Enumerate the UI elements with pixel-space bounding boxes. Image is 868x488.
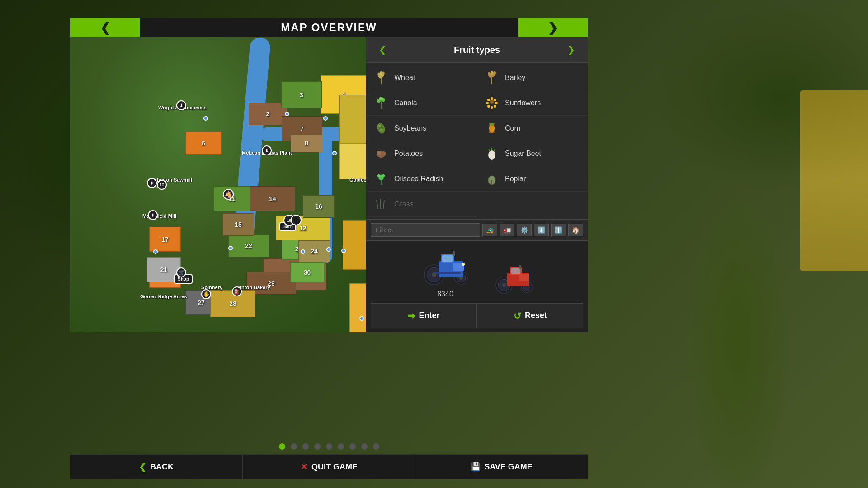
fruit-item-wheat[interactable]: Wheat: [366, 65, 477, 90]
page-dots: [70, 443, 588, 450]
fruit-item-barley[interactable]: Barley: [477, 65, 588, 90]
dot-7[interactable]: [349, 443, 356, 450]
bottom-bar: ❮ BACK ✕ QUIT GAME 💾 SAVE GAME: [70, 454, 588, 479]
sunflowers-label: Sunflowers: [505, 99, 541, 107]
potatoes-label: Potatoes: [394, 150, 423, 158]
filters-row: 🚜 🚛 ⚙️ ⬇️ ℹ️ 🏠: [366, 219, 588, 241]
action-buttons: ➡ Enter ↺ Reset: [371, 303, 583, 328]
parcel-6[interactable]: 6: [185, 132, 222, 155]
svg-point-33: [488, 150, 495, 160]
corn-icon: [484, 120, 500, 136]
dot-9[interactable]: [373, 443, 379, 450]
fruit-next-button[interactable]: ❯: [564, 42, 579, 57]
header-bar: ❮ MAP OVERVIEW ❯: [70, 18, 588, 37]
svg-point-15: [495, 102, 498, 104]
dot-6[interactable]: [338, 443, 344, 450]
fruit-item-sugar-beet[interactable]: Sugar Beet: [477, 141, 588, 166]
shop-icon: 🛒: [176, 267, 186, 277]
fruit-prev-button[interactable]: ❮: [375, 42, 390, 57]
save-button[interactable]: 💾 SAVE GAME: [415, 454, 588, 479]
fruit-item-corn[interactable]: Corn: [477, 116, 588, 141]
vehicle-section: 8340: [366, 241, 588, 332]
dot-1[interactable]: [279, 443, 285, 450]
parcel-30[interactable]: 30: [290, 262, 324, 282]
fruit-item-potatoes[interactable]: Potatoes: [366, 141, 477, 166]
filter-home-btn[interactable]: 🏠: [568, 224, 583, 236]
bg-machinery: [800, 90, 868, 271]
filter-info-btn[interactable]: ℹ️: [551, 224, 566, 236]
filter-truck-btn[interactable]: 🚛: [500, 224, 514, 236]
reset-icon: ↺: [514, 310, 521, 321]
next-button[interactable]: ❯: [518, 18, 588, 37]
prev-button[interactable]: ❮: [70, 18, 140, 37]
fruit-grid: Wheat Barley: [366, 63, 588, 219]
quit-button[interactable]: ✕ QUIT GAME: [242, 454, 415, 479]
vehicle-blue-tractor: 8340: [416, 245, 475, 298]
reset-button[interactable]: ↺ Reset: [477, 303, 583, 328]
dot-3[interactable]: [302, 443, 309, 450]
route-dot-1: [203, 116, 208, 121]
svg-point-19: [486, 102, 489, 104]
enter-button[interactable]: ➡ Enter: [371, 303, 477, 328]
filter-input[interactable]: [371, 223, 480, 237]
barley-icon: [484, 70, 500, 85]
fruit-types-title: Fruit types: [454, 45, 500, 55]
route-dot-7: [326, 247, 331, 252]
parcel-16[interactable]: 16: [303, 195, 335, 218]
wheat-icon: [373, 70, 389, 85]
svg-point-12: [490, 99, 494, 104]
svg-line-43: [377, 200, 378, 209]
route-dot-3: [323, 116, 328, 121]
svg-point-32: [381, 151, 386, 156]
parcel-20[interactable]: 20: [343, 220, 366, 270]
fruit-item-sunflowers[interactable]: Sunflowers: [477, 90, 588, 116]
canola-label: Canola: [394, 99, 417, 107]
spinnery-icon: ⛽: [232, 286, 242, 296]
soybean-icon: [373, 120, 389, 136]
back-button[interactable]: ❮ BACK: [70, 454, 242, 479]
right-panel: ❮ Fruit types ❯ Wheat: [366, 37, 588, 332]
enter-label: Enter: [419, 311, 439, 320]
parcel-3[interactable]: 3: [281, 81, 322, 108]
label-grain: Goldcoast Pacific Grain: [349, 177, 366, 183]
filter-tractor-btn[interactable]: 🚜: [482, 224, 497, 236]
content-area: 4 5 9 2 7 8 14 26 29 6 17 25 3 11 22 23 …: [70, 37, 588, 332]
parcel-14[interactable]: 14: [250, 186, 295, 211]
hand-marker: ✋: [201, 289, 211, 299]
dot-5[interactable]: [326, 443, 332, 450]
filter-plow-btn[interactable]: ⚙️: [517, 224, 532, 236]
svg-point-11: [379, 97, 383, 100]
fruit-item-canola[interactable]: Canola: [366, 90, 477, 116]
vehicle-8340-label: 8340: [416, 290, 475, 298]
marker-mill: ⬇: [148, 210, 158, 220]
save-label: SAVE GAME: [484, 462, 533, 472]
route-dot-8: [153, 249, 158, 254]
back-label: BACK: [150, 462, 174, 472]
parcel-9[interactable]: 9: [339, 143, 366, 179]
parcel-31[interactable]: 31: [349, 283, 366, 332]
vehicle-red-tractor: [488, 260, 538, 298]
save-icon: 💾: [471, 462, 481, 472]
svg-point-3: [380, 71, 382, 76]
parcel-8[interactable]: 8: [291, 134, 322, 152]
dot-4[interactable]: [314, 443, 321, 450]
dot-8[interactable]: [361, 443, 368, 450]
oilseed-icon: [373, 171, 389, 187]
prev-icon: ❮: [100, 20, 110, 35]
grass-icon: [373, 196, 389, 212]
parcel-17[interactable]: 17: [149, 227, 181, 252]
svg-point-61: [502, 283, 506, 287]
fruit-item-grass[interactable]: Grass: [366, 192, 477, 217]
svg-point-13: [491, 97, 493, 100]
soybeans-label: Soybeans: [394, 124, 426, 132]
svg-point-16: [494, 105, 496, 108]
parcel-22[interactable]: 22: [228, 235, 269, 257]
fruit-item-poplar[interactable]: Poplar: [477, 166, 588, 192]
marker-wright: ⬇: [176, 100, 186, 110]
parcel-18[interactable]: 18: [222, 213, 254, 236]
fruit-item-soybeans[interactable]: Soybeans: [366, 116, 477, 141]
dot-2[interactable]: [291, 443, 297, 450]
fruit-item-oilseed-radish[interactable]: Oilseed Radish: [366, 166, 477, 192]
blue-tractor-svg: [416, 245, 475, 286]
filter-download-btn[interactable]: ⬇️: [534, 224, 549, 236]
